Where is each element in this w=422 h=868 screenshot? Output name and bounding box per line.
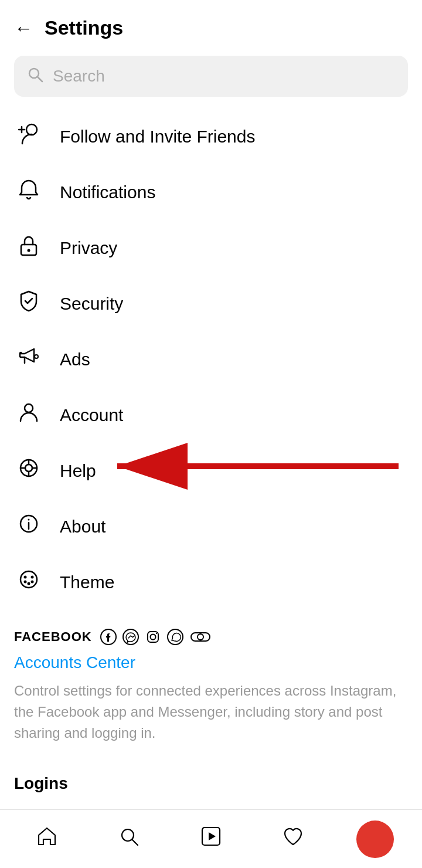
follow-friends-label: Follow and Invite Friends	[60, 127, 256, 147]
svg-point-33	[198, 634, 203, 640]
logins-section: Logins	[0, 755, 422, 802]
lifebuoy-icon	[14, 456, 43, 486]
svg-point-22	[31, 581, 34, 584]
svg-point-23	[28, 582, 30, 585]
palette-icon	[14, 567, 43, 597]
svg-point-27	[123, 629, 138, 645]
accounts-center-description: Control settings for connected experienc…	[14, 680, 408, 744]
help-button[interactable]: Help	[14, 443, 408, 499]
bottom-nav	[0, 809, 422, 868]
search-placeholder: Search	[53, 67, 105, 86]
theme-label: Theme	[60, 572, 114, 592]
reels-icon	[199, 825, 223, 853]
privacy-label: Privacy	[60, 238, 117, 258]
svg-line-35	[132, 840, 138, 846]
about-label: About	[60, 517, 106, 537]
account-label: Account	[60, 405, 123, 425]
svg-point-21	[24, 581, 27, 584]
facebook-header: FACEBOOK	[14, 629, 408, 645]
about-button[interactable]: About	[14, 499, 408, 554]
ads-button[interactable]: Ads	[14, 331, 408, 387]
bell-icon	[14, 177, 43, 207]
list-item: Privacy	[14, 220, 408, 276]
facebook-section: FACEBOOK Accounts Center Control setting…	[0, 610, 422, 755]
facebook-label: FACEBOOK	[14, 629, 92, 645]
notifications-button[interactable]: Notifications	[14, 164, 408, 220]
search-bar[interactable]: Search	[14, 56, 408, 97]
help-label: Help	[60, 461, 96, 481]
info-icon	[14, 511, 43, 541]
svg-line-1	[38, 77, 42, 82]
privacy-button[interactable]: Privacy	[14, 220, 408, 276]
theme-button[interactable]: Theme	[14, 554, 408, 610]
search-icon	[27, 66, 43, 86]
nav-search[interactable]	[106, 816, 152, 863]
svg-point-29	[150, 635, 155, 640]
nav-profile[interactable]	[352, 816, 399, 863]
follow-icon	[14, 121, 43, 151]
back-button[interactable]: ←	[14, 19, 33, 38]
facebook-icons	[100, 629, 212, 645]
svg-point-20	[31, 576, 34, 579]
list-item: About	[14, 499, 408, 554]
megaphone-icon	[14, 344, 43, 374]
page-title: Settings	[45, 16, 123, 39]
settings-menu: Follow and Invite Friends Notifications	[0, 108, 422, 610]
svg-point-2	[26, 124, 37, 135]
list-item: Help	[14, 443, 408, 499]
heart-icon	[281, 825, 305, 853]
nav-home[interactable]	[23, 816, 70, 863]
shield-icon	[14, 289, 43, 318]
nav-reels[interactable]	[188, 816, 234, 863]
security-button[interactable]: Security	[14, 276, 408, 331]
svg-point-18	[21, 571, 37, 588]
follow-friends-button[interactable]: Follow and Invite Friends	[14, 108, 408, 164]
list-item: Account	[14, 387, 408, 443]
profile-circle	[356, 820, 394, 858]
svg-marker-37	[209, 832, 216, 840]
security-label: Security	[60, 294, 123, 314]
svg-point-17	[28, 519, 30, 521]
svg-point-30	[155, 633, 156, 634]
list-item: Follow and Invite Friends	[14, 108, 408, 164]
list-item: Notifications	[14, 164, 408, 220]
search-nav-icon	[117, 825, 141, 853]
lock-icon	[14, 233, 43, 263]
list-item: Ads	[14, 331, 408, 387]
svg-point-6	[28, 249, 30, 252]
list-item: Theme	[14, 554, 408, 610]
svg-point-7	[35, 355, 38, 358]
svg-point-19	[24, 576, 27, 579]
nav-activity[interactable]	[270, 816, 316, 863]
header: ← Settings	[0, 0, 422, 51]
list-item: Security	[14, 276, 408, 331]
person-icon	[14, 400, 43, 430]
search-container: Search	[0, 51, 422, 108]
accounts-center-link[interactable]: Accounts Center	[14, 653, 408, 672]
ads-label: Ads	[60, 350, 90, 369]
account-button[interactable]: Account	[14, 387, 408, 443]
svg-point-8	[25, 404, 33, 412]
logins-title: Logins	[14, 774, 408, 793]
notifications-label: Notifications	[60, 182, 155, 202]
svg-point-10	[25, 464, 32, 472]
home-icon	[35, 825, 59, 853]
